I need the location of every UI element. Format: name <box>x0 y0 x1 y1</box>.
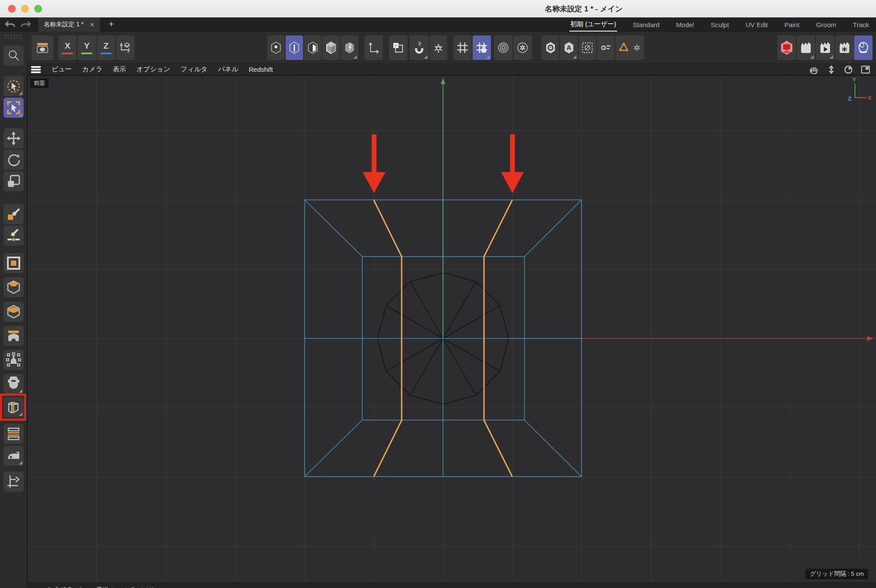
cinema4d-window: 名称未設定 1 * - メイン 名称未設定 1 * ✕ + 初期 (ユーザー) … <box>0 0 876 588</box>
menu-options[interactable]: オプション <box>137 65 170 74</box>
z-axis-label: Z <box>103 41 109 51</box>
viewport-grid <box>28 76 876 583</box>
workplane-button[interactable] <box>389 35 407 60</box>
grid-quantize-lock-button[interactable] <box>473 35 491 60</box>
live-selection-tool-button[interactable] <box>4 76 24 96</box>
line-cut-tool-button[interactable] <box>4 472 24 492</box>
scale-tool-button[interactable] <box>4 171 24 191</box>
render-in-picture-viewer-button[interactable] <box>797 35 815 60</box>
polygon-mode-button[interactable] <box>304 35 321 60</box>
menu-display[interactable]: 表示 <box>113 65 126 74</box>
orbit-rotate-icon[interactable] <box>844 65 853 74</box>
interactive-render-region-button[interactable] <box>854 35 872 60</box>
grid-quantize-button[interactable] <box>453 35 472 60</box>
loop-cut-tool-button[interactable] <box>4 424 24 444</box>
lock-z-axis-button[interactable]: Z <box>97 35 115 60</box>
gizmo-y-label: Y <box>852 76 856 83</box>
viewport-hamburger-icon[interactable] <box>31 66 41 74</box>
close-tab-icon[interactable]: ✕ <box>90 21 95 28</box>
layout-tabs: 初期 (ユーザー) Standard Model Sculpt UV Edit … <box>569 18 870 32</box>
axis-gizmo: Y X Z <box>844 77 872 104</box>
tab-row: 名称未設定 1 * ✕ + 初期 (ユーザー) Standard Model S… <box>0 18 876 32</box>
viewport-canvas[interactable] <box>28 76 876 583</box>
lock-x-axis-button[interactable]: X <box>58 35 77 60</box>
isolate-hide-icon[interactable] <box>579 35 596 60</box>
x-axis-underline <box>62 53 73 54</box>
gizmo-x-label: X <box>868 95 872 101</box>
minimize-window-button[interactable] <box>21 5 29 13</box>
layout-tab-sculpt[interactable]: Sculpt <box>710 19 730 31</box>
view-label: 前面 <box>30 78 49 88</box>
magnet-soft-selection-tool-button[interactable] <box>4 350 24 370</box>
close-window-button[interactable] <box>8 5 16 13</box>
dolly-zoom-icon[interactable] <box>827 65 836 74</box>
svg-text:A: A <box>567 44 572 51</box>
render-to-pv-play-button[interactable] <box>816 35 834 60</box>
knife-tool-annotation-box <box>0 394 26 421</box>
viewport-menu-bar: ビュー カメラ 表示 オプション フィルタ パネル Redshift <box>27 64 876 75</box>
render-view-button[interactable] <box>777 35 796 60</box>
menu-camera[interactable]: カメラ <box>82 65 102 74</box>
polygon-pen-tool-button[interactable] <box>4 204 24 224</box>
layout-tab-uvedit[interactable]: UV Edit <box>745 19 769 31</box>
snap-magnet-button[interactable] <box>410 35 429 60</box>
layout-tab-model[interactable]: Model <box>675 19 695 31</box>
status-strip-text: 作成 編集 ビュー 選択 ツール Redshift <box>47 586 876 588</box>
enable-axis-button[interactable] <box>364 35 383 60</box>
iron-tool-button[interactable] <box>4 446 24 466</box>
status-strip: 作成 編集 ビュー 選択 ツール Redshift <box>27 582 876 588</box>
menu-panel[interactable]: パネル <box>218 65 238 74</box>
redo-icon[interactable] <box>19 19 32 30</box>
rotate-tool-button[interactable] <box>4 150 24 170</box>
extrude-tool-button[interactable] <box>4 277 24 297</box>
visibility-list-icon[interactable] <box>597 35 615 60</box>
y-axis-underline <box>81 53 92 54</box>
rectangle-selection-tool-button[interactable] <box>4 98 24 118</box>
viewport-nav-controls <box>809 65 872 74</box>
layout-tab-track[interactable]: Track <box>852 19 870 31</box>
model-mode-button[interactable] <box>322 35 340 60</box>
window-title: 名称未設定 1 * - メイン <box>545 4 623 14</box>
edge-mode-button[interactable] <box>286 35 303 60</box>
render-settings-button[interactable] <box>835 35 854 60</box>
layout-tab-standard[interactable]: Standard <box>632 19 661 31</box>
weld-tool-button[interactable] <box>4 374 24 394</box>
auto-align-icon[interactable]: A <box>560 35 578 60</box>
add-tab-button[interactable]: + <box>109 19 114 29</box>
y-axis-label: Y <box>84 41 90 51</box>
menu-redshift[interactable]: Redshift <box>249 66 273 73</box>
normals-recycle-gear-button[interactable] <box>615 35 644 60</box>
undo-icon[interactable] <box>4 19 17 30</box>
menu-view[interactable]: ビュー <box>52 65 72 74</box>
grid-spacing-badge: グリッド間隔 : 5 cm <box>805 569 868 579</box>
texture-mode-button[interactable] <box>341 35 358 60</box>
menu-filter[interactable]: フィルタ <box>181 65 208 74</box>
frame-tool-button[interactable] <box>4 253 24 273</box>
layout-tab-paint[interactable]: Paint <box>784 19 800 31</box>
zoom-window-button[interactable] <box>34 5 42 13</box>
main-toolbar: X Y Z <box>0 32 876 64</box>
modeling-settings-gear-icon[interactable] <box>513 35 532 60</box>
move-tool-button[interactable] <box>4 128 24 148</box>
titlebar: 名称未設定 1 * - メイン <box>0 0 876 18</box>
axis-center-icon[interactable] <box>542 35 559 60</box>
pan-hand-icon[interactable] <box>809 65 819 74</box>
layout-tab-groom[interactable]: Groom <box>815 19 837 31</box>
asset-browser-button[interactable] <box>32 35 53 60</box>
document-tab[interactable]: 名称未設定 1 * ✕ <box>39 18 100 32</box>
tool-palette <box>0 32 27 588</box>
x-axis-label: X <box>65 41 71 51</box>
viewport-front[interactable]: 前面 グリッド間隔 : 5 cm Y X Z <box>27 75 876 582</box>
points-mode-button[interactable] <box>267 35 285 60</box>
palette-grip[interactable] <box>4 34 23 40</box>
layout-tab-startup[interactable]: 初期 (ユーザー) <box>569 18 617 32</box>
coordinate-system-button[interactable] <box>116 35 134 60</box>
maximize-view-icon[interactable] <box>861 66 870 74</box>
snap-settings-gear-icon[interactable] <box>430 35 447 60</box>
lock-y-axis-button[interactable]: Y <box>78 35 96 60</box>
find-tool-button[interactable] <box>4 46 24 66</box>
inset-tool-button[interactable] <box>4 302 24 322</box>
spline-pen-tool-button[interactable] <box>4 225 24 246</box>
bridge-tool-button[interactable] <box>4 326 24 346</box>
projection-rings-icon[interactable] <box>494 35 512 60</box>
